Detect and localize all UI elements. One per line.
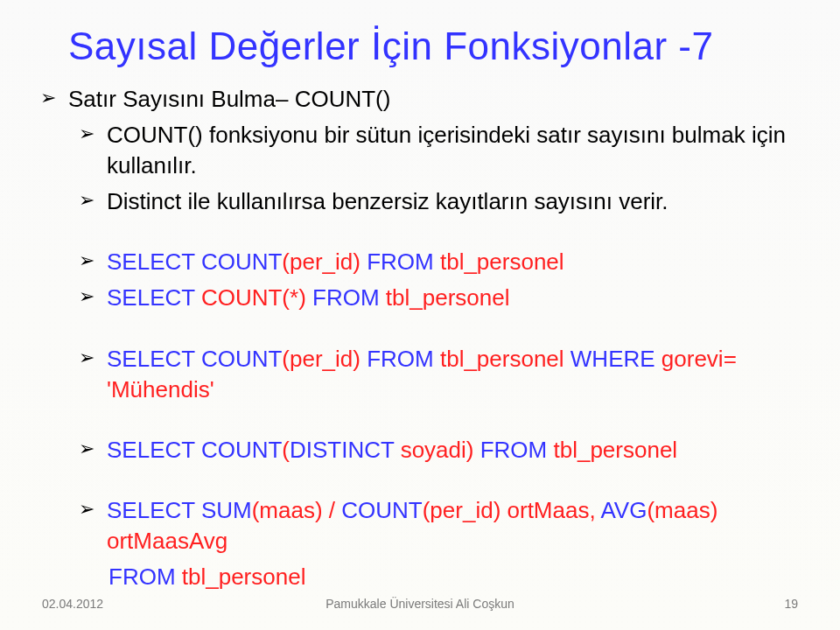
chevron-right-icon: ➢ — [40, 84, 56, 112]
sql-line-4: ➢ SELECT COUNT(DISTINCT soyadi) FROM tbl… — [79, 435, 808, 466]
sql-text: SELECT COUNT(per_id) FROM tbl_personel — [107, 247, 808, 277]
sql-text: SELECT SUM(maas) / COUNT(per_id) ortMaas… — [107, 495, 808, 556]
chevron-right-icon: ➢ — [79, 344, 94, 372]
sql-line-3: ➢ SELECT COUNT(per_id) FROM tbl_personel… — [79, 344, 808, 405]
sql-text: SELECT COUNT(*) FROM tbl_personel — [107, 283, 808, 313]
chevron-right-icon: ➢ — [79, 186, 94, 214]
chevron-right-icon: ➢ — [79, 283, 94, 311]
footer-center: Pamukkale Üniversitesi Ali Coşkun — [0, 597, 840, 611]
footer-page-number: 19 — [784, 597, 798, 611]
sql-line-5-cont: FROM tbl_personel — [108, 562, 808, 592]
sql-line-5: ➢ SELECT SUM(maas) / COUNT(per_id) ortMa… — [79, 495, 808, 556]
sql-text: SELECT COUNT(DISTINCT soyadi) FROM tbl_p… — [107, 435, 808, 466]
sql-text: FROM tbl_personel — [108, 562, 808, 592]
bullet-text: Satır Sayısını Bulma– COUNT() — [68, 84, 808, 115]
chevron-right-icon: ➢ — [79, 120, 94, 148]
sql-line-1: ➢ SELECT COUNT(per_id) FROM tbl_personel — [79, 247, 808, 277]
slide: Sayısal Değerler İçin Fonksiyonlar -7 ➢ … — [0, 0, 840, 630]
chevron-right-icon: ➢ — [79, 435, 94, 463]
bullet-row-count-desc: ➢ COUNT() fonksiyonu bir sütun içerisind… — [79, 120, 808, 181]
sql-text: SELECT COUNT(per_id) FROM tbl_personel W… — [107, 344, 808, 405]
bullet-row-distinct-desc: ➢ Distinct ile kullanılırsa benzersiz ka… — [79, 186, 808, 217]
slide-title: Sayısal Değerler İçin Fonksiyonlar -7 — [68, 24, 808, 68]
chevron-right-icon: ➢ — [79, 495, 94, 523]
chevron-right-icon: ➢ — [79, 247, 94, 275]
slide-footer: 02.04.2012 Pamukkale Üniversitesi Ali Co… — [0, 597, 840, 611]
slide-body: ➢ Satır Sayısını Bulma– COUNT() ➢ COUNT(… — [40, 84, 808, 592]
bullet-text: Distinct ile kullanılırsa benzersiz kayı… — [107, 186, 808, 217]
bullet-text: COUNT() fonksiyonu bir sütun içerisindek… — [107, 120, 808, 181]
bullet-row-count-heading: ➢ Satır Sayısını Bulma– COUNT() — [40, 84, 808, 115]
sql-line-2: ➢ SELECT COUNT(*) FROM tbl_personel — [79, 283, 808, 313]
